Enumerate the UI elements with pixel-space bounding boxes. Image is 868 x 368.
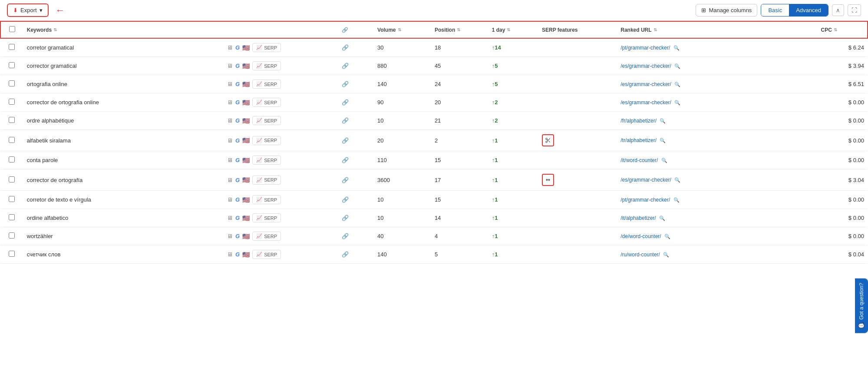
up-arrow-icon: ↑ xyxy=(492,215,495,221)
ranked-url-link[interactable]: /tr/alphabetizer/ xyxy=(620,137,657,143)
serp-button[interactable]: 📈 SERP xyxy=(252,80,281,89)
url-search-icon[interactable]: 🔍 xyxy=(674,63,680,69)
serp-button[interactable]: 📈 SERP xyxy=(252,136,281,145)
row-checkbox[interactable] xyxy=(9,62,15,68)
keyword-header[interactable]: Keywords ⇅ xyxy=(23,21,224,38)
url-search-icon[interactable]: 🔍 xyxy=(663,252,669,257)
serp-button[interactable]: 📈 SERP xyxy=(252,43,281,52)
basic-view-button[interactable]: Basic xyxy=(761,4,789,16)
url-search-icon[interactable]: 🔍 xyxy=(673,45,680,50)
serp-button[interactable]: 📈 SERP xyxy=(252,232,281,241)
serp-scissors-icon[interactable] xyxy=(542,134,554,146)
ranked-url-link[interactable]: /es/grammar-checker/ xyxy=(620,63,671,69)
change-value: ↑2 xyxy=(492,99,498,106)
position-cell: 4 xyxy=(431,227,488,245)
url-search-icon[interactable]: 🔍 xyxy=(664,234,670,239)
keyword-sort-icon: ⇅ xyxy=(53,27,57,32)
serp-features-cell xyxy=(538,93,617,112)
oneday-cell: ↑1 xyxy=(488,245,538,264)
link-icon: 🔗 xyxy=(342,251,349,258)
link-cell: 🔗 xyxy=(338,112,374,130)
google-icon: G xyxy=(235,63,240,69)
export-button[interactable]: ⬇ Export ▾ xyxy=(7,3,49,17)
up-arrow-icon: ↑ xyxy=(492,117,495,124)
url-search-icon[interactable]: 🔍 xyxy=(673,197,680,202)
serp-button[interactable]: 📈 SERP xyxy=(252,98,281,107)
serp-button[interactable]: 📈 SERP xyxy=(252,116,281,125)
collapse-button[interactable]: ∧ xyxy=(832,4,844,16)
ranked-url-link[interactable]: /es/grammar-checker/ xyxy=(620,177,671,183)
url-search-icon[interactable]: 🔍 xyxy=(660,118,666,123)
table-row: wortzähler 🖥 G 🇺🇸 📈 SERP 🔗 40 4 ↑1 xyxy=(0,227,868,245)
serp-button[interactable]: 📈 SERP xyxy=(252,250,281,259)
svg-point-0 xyxy=(546,138,548,140)
monitor-icon: 🖥 xyxy=(227,196,233,203)
row-checkbox[interactable] xyxy=(9,176,15,182)
row-checkbox[interactable] xyxy=(9,117,15,123)
ranked-url-link[interactable]: /fr/alphabetizer/ xyxy=(620,118,657,124)
actions-cell: 🖥 G 🇺🇸 📈 SERP xyxy=(224,245,338,264)
oneday-cell: ↑1 xyxy=(488,151,538,169)
advanced-view-button[interactable]: Advanced xyxy=(789,4,828,16)
row-checkbox-cell xyxy=(0,227,23,245)
serp-features-cell xyxy=(538,227,617,245)
row-checkbox[interactable] xyxy=(9,44,15,50)
url-search-icon[interactable]: 🔍 xyxy=(674,82,680,87)
trend-icon: 📈 xyxy=(256,197,262,202)
link-cell: 🔗 xyxy=(338,191,374,209)
expand-button[interactable]: ⛶ xyxy=(848,4,861,16)
link-header: 🔗 xyxy=(338,21,374,38)
collapse-icon: ∧ xyxy=(836,7,840,13)
row-checkbox[interactable] xyxy=(9,232,15,239)
serp-button[interactable]: 📈 SERP xyxy=(252,61,281,70)
link-icon: 🔗 xyxy=(342,233,349,239)
ranked-url-link[interactable]: /it/word-counter/ xyxy=(620,157,658,163)
keyword-cell: alfabetik siralama xyxy=(23,130,224,151)
serp-arrows-icon[interactable] xyxy=(542,174,554,186)
monitor-icon: 🖥 xyxy=(227,177,233,183)
ranked-url-link[interactable]: /de/word-counter/ xyxy=(620,233,661,239)
ranked-url-link[interactable]: /pt/grammar-checker/ xyxy=(620,45,670,51)
volume-cell: 90 xyxy=(374,93,431,112)
actions-cell: 🖥 G 🇺🇸 📈 SERP xyxy=(224,209,338,227)
volume-cell: 30 xyxy=(374,38,431,57)
ranked-url-header[interactable]: Ranked URL ⇅ xyxy=(617,21,817,38)
row-checkbox[interactable] xyxy=(9,99,15,105)
ranked-url-cell: /es/grammar-checker/ 🔍 xyxy=(617,75,817,93)
position-header[interactable]: Position ⇅ xyxy=(431,21,488,38)
ranked-url-link[interactable]: /ru/word-counter/ xyxy=(620,252,660,258)
select-all-header[interactable] xyxy=(0,21,23,38)
serp-button[interactable]: 📈 SERP xyxy=(252,156,281,165)
volume-cell: 10 xyxy=(374,112,431,130)
ranked-url-link[interactable]: /pt/grammar-checker/ xyxy=(620,197,670,203)
volume-header[interactable]: Volume ⇅ xyxy=(374,21,431,38)
row-checkbox[interactable] xyxy=(9,137,15,143)
ranked-url-link[interactable]: /it/alphabetizer/ xyxy=(620,215,656,221)
link-icon: 🔗 xyxy=(342,215,349,221)
row-checkbox[interactable] xyxy=(9,251,15,257)
cpc-header[interactable]: CPC ⇅ xyxy=(818,21,868,38)
url-search-icon[interactable]: 🔍 xyxy=(660,138,666,143)
manage-columns-button[interactable]: ⊞ Manage columns xyxy=(696,4,757,17)
row-checkbox[interactable] xyxy=(9,156,15,162)
serp-button[interactable]: 📈 SERP xyxy=(252,176,281,185)
url-search-icon[interactable]: 🔍 xyxy=(659,215,665,221)
manage-columns-label: Manage columns xyxy=(709,7,752,13)
url-search-icon[interactable]: 🔍 xyxy=(674,100,680,105)
url-search-icon[interactable]: 🔍 xyxy=(674,177,680,182)
ranked-url-link[interactable]: /es/grammar-checker/ xyxy=(620,81,671,87)
serp-button[interactable]: 📈 SERP xyxy=(252,213,281,222)
position-cell: 14 xyxy=(431,209,488,227)
ranked-url-link[interactable]: /es/grammar-checker/ xyxy=(620,99,671,106)
link-icon: 🔗 xyxy=(342,81,349,87)
oneday-header[interactable]: 1 day ⇅ xyxy=(488,21,538,38)
volume-cell: 140 xyxy=(374,75,431,93)
serp-button[interactable]: 📈 SERP xyxy=(252,195,281,204)
url-search-icon[interactable]: 🔍 xyxy=(661,158,667,163)
select-all-checkbox[interactable] xyxy=(9,26,15,32)
ranked-url-cell: /es/grammar-checker/ 🔍 xyxy=(617,57,817,75)
row-checkbox[interactable] xyxy=(9,214,15,220)
row-checkbox[interactable] xyxy=(9,196,15,202)
row-checkbox[interactable] xyxy=(9,80,15,86)
volume-cell: 880 xyxy=(374,57,431,75)
